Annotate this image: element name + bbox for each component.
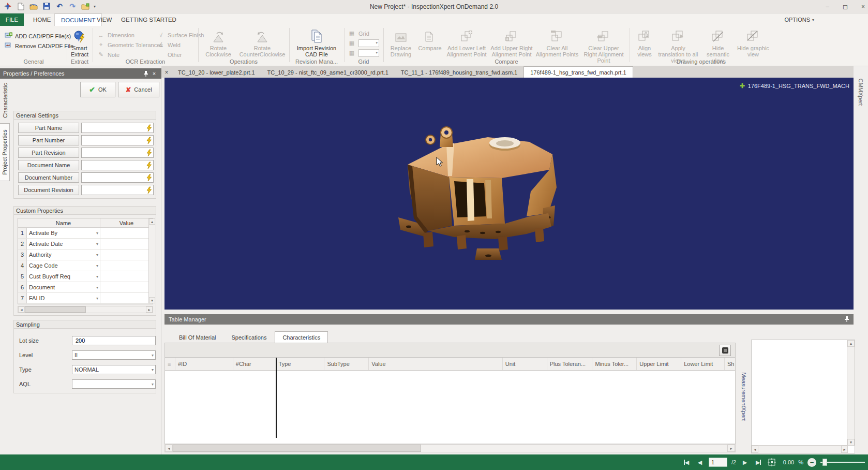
pin-icon[interactable] — [844, 316, 849, 324]
panel-vertical-scrollbar[interactable]: ▴ ▾ — [847, 340, 855, 446]
remove-cad-pdf-button[interactable]: Remove CAD/PDF File — [4, 41, 73, 51]
property-value-cell[interactable] — [100, 260, 153, 271]
document-revision-label-button[interactable]: Document Revision — [18, 185, 79, 195]
column-header-value[interactable]: Value — [100, 218, 153, 227]
page-number-input[interactable] — [709, 458, 727, 467]
column-header-type[interactable]: Type — [276, 358, 325, 370]
rotate-clockwise-button[interactable]: Rotate Clockwise — [202, 29, 234, 57]
tab-getting-started[interactable]: GETTING STARTED — [115, 13, 183, 26]
grid-toggle[interactable]: ▦ Grid — [348, 28, 379, 38]
part-number-input[interactable] — [83, 136, 144, 144]
lightning-icon[interactable] — [146, 161, 152, 170]
close-panel-icon[interactable]: × — [150, 69, 158, 78]
column-header-upper-limit[interactable]: Upper Limit — [637, 358, 681, 370]
replace-drawing-button[interactable]: Replace Drawing — [387, 29, 415, 57]
first-page-button[interactable]: ◀ — [682, 458, 691, 467]
previous-page-button[interactable]: ◀ — [695, 458, 705, 467]
pin-icon[interactable] — [142, 69, 150, 78]
scroll-right-icon[interactable]: ▸ — [841, 446, 848, 453]
3d-viewport[interactable]: ✚ 176F489-1_HSG_TRANS_FWD_MACH — [164, 78, 854, 310]
open-folder-icon[interactable] — [29, 2, 38, 11]
fit-view-button[interactable] — [767, 458, 776, 467]
column-header-value[interactable]: Value — [369, 358, 503, 370]
property-name-dropdown[interactable]: Document▾ — [27, 282, 100, 292]
aql-dropdown[interactable]: ▾ — [72, 379, 156, 389]
characteristics-table-body[interactable] — [164, 371, 736, 444]
align-views-button[interactable]: Align views — [634, 29, 655, 57]
property-value-cell[interactable] — [100, 239, 153, 249]
minimize-button[interactable]: – — [826, 3, 829, 10]
zoom-slider-handle[interactable] — [822, 459, 827, 466]
ok-button[interactable]: ✔ OK — [80, 82, 115, 97]
zoom-out-button[interactable]: − — [807, 458, 816, 467]
panel-horizontal-scrollbar[interactable]: ◂ ▸ — [752, 445, 848, 453]
column-header-subtype[interactable]: SubType — [324, 358, 369, 370]
scroll-right-icon[interactable]: ▸ — [146, 306, 153, 313]
column-header-char[interactable]: #Char — [233, 358, 276, 370]
scroll-left-icon[interactable]: ◂ — [752, 446, 758, 453]
part-revision-label-button[interactable]: Part Revision — [18, 148, 79, 158]
quick-access-caret-icon[interactable]: ▾ — [94, 4, 96, 9]
ocr-dimension-button[interactable]: ↔ Dimension — [97, 30, 163, 40]
scroll-up-icon[interactable]: ▴ — [149, 218, 155, 225]
model-tree-label[interactable]: ✚ 176F489-1_HSG_TRANS_FWD_MACH — [740, 82, 849, 90]
side-tab-characteristic[interactable]: Characteristic — [0, 80, 10, 121]
property-value-cell[interactable] — [100, 282, 153, 292]
tab-specifications[interactable]: Specifications — [225, 332, 274, 343]
redo-icon[interactable]: ↷ — [68, 2, 77, 11]
scrollbar-thumb[interactable] — [173, 445, 421, 452]
scroll-right-icon[interactable]: ▸ — [727, 445, 735, 452]
part-name-label-button[interactable]: Part Name — [18, 123, 79, 133]
plus-icon[interactable]: ✚ — [740, 82, 745, 90]
doc-tab-4-active[interactable]: 176f489-1_hsg_trans_fwd_mach.prt.1 — [523, 66, 633, 78]
column-header-lower-limit[interactable]: Lower Limit — [681, 358, 725, 370]
side-tab-measurementxpert[interactable]: MeasurementXpert — [739, 340, 749, 453]
property-name-dropdown[interactable]: Activate Date▾ — [27, 239, 100, 249]
part-number-label-button[interactable]: Part Number — [18, 135, 79, 145]
custom-properties-horizontal-scrollbar[interactable]: ◂ ▸ — [18, 306, 153, 313]
close-document-icon[interactable]: × — [161, 67, 172, 78]
custom-properties-vertical-scrollbar[interactable]: ▴ ▾ — [148, 218, 155, 303]
clear-all-alignment-button[interactable]: Clear All Alignment Points — [535, 29, 579, 57]
document-number-input[interactable] — [83, 173, 144, 182]
options-menu[interactable]: OPTIONS ▾ — [784, 13, 814, 26]
part-name-input[interactable] — [83, 124, 144, 132]
doc-tab-1[interactable]: TC_10_20 - lower_plate2.prt.1 — [172, 67, 261, 78]
lot-size-input[interactable] — [74, 337, 153, 344]
doc-tab-3[interactable]: TC_11_1 - 176f489_housing_trans_fwd.asm.… — [395, 67, 523, 78]
level-dropdown[interactable]: II▾ — [72, 350, 156, 360]
tab-file[interactable]: FILE — [0, 13, 24, 26]
compare-button[interactable]: Compare — [416, 29, 443, 51]
property-name-dropdown[interactable]: FAI ID▾ — [27, 293, 100, 303]
tab-characteristics[interactable]: Characteristics — [275, 331, 328, 343]
lightning-icon[interactable] — [146, 124, 152, 133]
document-name-label-button[interactable]: Document Name — [18, 160, 79, 170]
3d-model[interactable] — [164, 78, 854, 310]
property-name-dropdown[interactable]: Cage Code▾ — [27, 260, 100, 271]
type-dropdown[interactable]: NORMAL▾ — [72, 365, 156, 374]
import-revision-button[interactable]: Import Revision CAD File — [293, 29, 340, 57]
lightning-icon[interactable] — [146, 186, 152, 195]
property-value-cell[interactable] — [100, 271, 153, 282]
add-cad-pdf-button[interactable]: ADD CAD/PDF File(s) — [4, 31, 73, 41]
cancel-button[interactable]: ✘ Cancel — [118, 82, 159, 97]
lightning-icon[interactable] — [146, 149, 152, 158]
doc-tab-2[interactable]: TC_10_29 - nist_ftc_09_asme1_cr3000_rd.p… — [261, 67, 395, 78]
column-header-id[interactable]: #ID — [175, 358, 233, 370]
lightning-icon[interactable] — [146, 174, 152, 183]
document-revision-input[interactable] — [83, 186, 144, 194]
property-value-cell[interactable] — [100, 249, 153, 260]
column-header-name[interactable]: Name — [27, 218, 100, 227]
new-project-folder-icon[interactable] — [81, 2, 90, 11]
scroll-down-icon[interactable]: ▾ — [149, 297, 155, 303]
part-revision-input[interactable] — [83, 149, 144, 157]
grid-rows-dropdown[interactable]: ▾ — [358, 39, 379, 47]
scrollbar-thumb[interactable] — [25, 306, 86, 313]
property-name-dropdown[interactable]: Authority▾ — [27, 249, 100, 260]
scroll-down-icon[interactable]: ▾ — [847, 439, 855, 446]
property-name-dropdown[interactable]: Cust Buyoff Req▾ — [27, 271, 100, 282]
tab-view[interactable]: VIEW — [91, 13, 118, 26]
ocr-surface-finish-button[interactable]: √ Surface Finish — [157, 30, 204, 40]
new-document-icon[interactable] — [16, 2, 25, 11]
side-tab-project-properties[interactable]: Project Properties — [0, 123, 10, 181]
